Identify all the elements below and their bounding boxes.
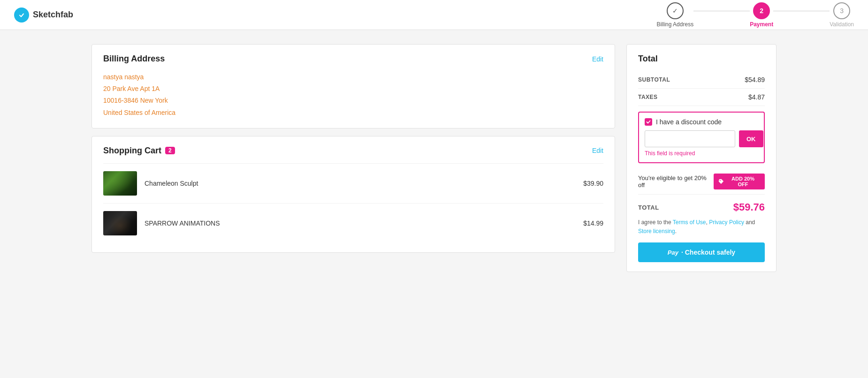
terms-and: and (744, 219, 755, 226)
paypal-icon: Pay (668, 249, 678, 256)
eligible-text: You're eligible to get 20% off (638, 174, 714, 189)
taxes-label: TAXES (638, 94, 658, 100)
billing-city: 10016-3846 New York (103, 95, 603, 106)
taxes-value: $4.87 (748, 93, 765, 101)
billing-country: United States of America (103, 107, 603, 119)
pay-button[interactable]: Pay · Checkout safely (638, 242, 765, 262)
billing-street: 20 Park Ave Apt 1A (103, 83, 603, 95)
discount-checkbox[interactable] (645, 118, 652, 126)
billing-address-header: Billing Address Edit (103, 54, 603, 64)
step-payment-label: Payment (750, 21, 773, 28)
step-billing: ✓ Billing Address (656, 2, 693, 28)
step-payment-circle: 2 (753, 2, 770, 19)
error-message: This field is required (645, 150, 758, 157)
eligible-row: You're eligible to get 20% off ADD 20% O… (638, 169, 765, 195)
terms-of-use-link[interactable]: Terms of Use (673, 219, 706, 226)
logo-area: Sketchfab (14, 8, 73, 23)
subtotal-label: SUBTOTAL (638, 76, 670, 83)
step-billing-circle: ✓ (667, 2, 684, 19)
step-validation-circle: 3 (833, 2, 850, 19)
step-payment: 2 Payment (750, 2, 773, 28)
shopping-cart-header: Shopping Cart 2 Edit (103, 146, 603, 156)
final-total-value: $59.76 (733, 201, 765, 213)
step-billing-label: Billing Address (656, 21, 693, 28)
ok-button[interactable]: OK (739, 130, 763, 147)
subtotal-row: SUBTOTAL $54.89 (638, 71, 765, 89)
subtotal-value: $54.89 (745, 76, 765, 83)
total-title: Total (638, 54, 765, 64)
billing-address-card: Billing Address Edit nastya nastya 20 Pa… (91, 44, 615, 129)
checkout-stepper: ✓ Billing Address 2 Payment 3 Validation (656, 2, 854, 28)
discount-input-row: OK (645, 130, 758, 147)
taxes-row: TAXES $4.87 (638, 89, 765, 106)
billing-name: nastya nastya (103, 71, 603, 83)
store-licensing-link[interactable]: Store licensing (638, 228, 675, 234)
sparrow-thumbnail (103, 211, 137, 235)
chameleon-thumbnail (103, 171, 137, 196)
cart-title: Shopping Cart (103, 146, 161, 156)
add-off-label: ADD 20% OFF (726, 176, 760, 187)
cart-item-chameleon: Chameleon Sculpt $39.90 (103, 163, 603, 203)
chameleon-price: $39.90 (583, 180, 603, 187)
step-line-1 (693, 11, 750, 11)
total-card: Total SUBTOTAL $54.89 TAXES $4.87 (626, 44, 777, 272)
sketchfab-logo-icon (14, 8, 29, 23)
sparrow-price: $14.99 (583, 219, 603, 227)
sparrow-name: SPARROW ANIMATIONS (145, 219, 576, 227)
discount-input[interactable] (645, 130, 735, 147)
step-line-2 (773, 11, 830, 11)
discount-checkbox-label: I have a discount code (656, 118, 722, 126)
logo-text: Sketchfab (33, 10, 73, 20)
shopping-cart-card: Shopping Cart 2 Edit Chameleon Sculpt $3… (91, 136, 615, 253)
svg-point-1 (720, 180, 721, 181)
pay-button-label: · Checkout safely (681, 249, 735, 256)
final-total-label: TOTAL (638, 204, 659, 211)
step-validation: 3 Validation (830, 2, 854, 28)
left-panel: Billing Address Edit nastya nastya 20 Pa… (91, 44, 615, 272)
discount-box: I have a discount code OK This field is … (638, 112, 765, 163)
main-content: Billing Address Edit nastya nastya 20 Pa… (82, 44, 786, 272)
cart-item-sparrow: SPARROW ANIMATIONS $14.99 (103, 203, 603, 243)
cart-badge: 2 (165, 147, 175, 154)
cart-title-area: Shopping Cart 2 (103, 146, 175, 156)
terms-text: I agree to the Terms of Use, Privacy Pol… (638, 218, 765, 236)
add-off-button[interactable]: ADD 20% OFF (714, 174, 765, 189)
privacy-policy-link[interactable]: Privacy Policy (709, 219, 744, 226)
step-validation-label: Validation (830, 21, 854, 28)
svg-point-0 (17, 11, 26, 19)
tag-icon (718, 179, 724, 184)
right-panel: Total SUBTOTAL $54.89 TAXES $4.87 (626, 44, 777, 272)
billing-address-title: Billing Address (103, 54, 165, 64)
cart-edit[interactable]: Edit (592, 147, 603, 154)
terms-period: . (675, 228, 677, 234)
chameleon-name: Chameleon Sculpt (145, 180, 576, 187)
billing-info: nastya nastya 20 Park Ave Apt 1A 10016-3… (103, 71, 603, 119)
billing-address-edit[interactable]: Edit (592, 55, 603, 63)
terms-prefix: I agree to the (638, 219, 673, 226)
discount-checkbox-row: I have a discount code (645, 118, 758, 126)
header: Sketchfab ✓ Billing Address 2 Payment 3 … (0, 0, 868, 30)
final-total-row: TOTAL $59.76 (638, 195, 765, 218)
